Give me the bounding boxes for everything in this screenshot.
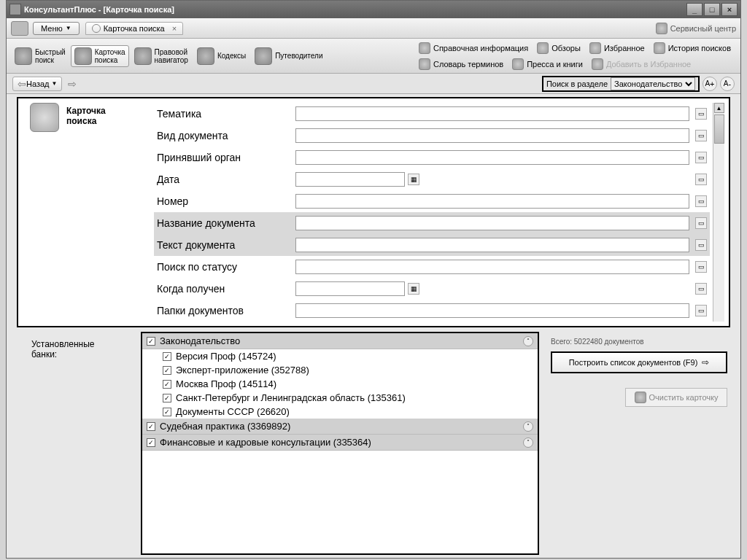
star-icon — [589, 42, 601, 54]
tab-search-card[interactable]: Карточка поиска × — [85, 22, 183, 35]
eraser-icon — [635, 392, 646, 403]
field-label: Название документа — [157, 217, 295, 229]
field-label: Дата — [157, 174, 295, 185]
topic-input[interactable] — [295, 106, 689, 121]
checkbox-icon[interactable]: ✓ — [147, 337, 155, 346]
arrow-right-icon: ⇨ — [702, 357, 709, 368]
collapse-down-icon[interactable]: ˅ — [523, 421, 533, 432]
bank-item[interactable]: ✓Санкт-Петербург и Ленинградская область… — [142, 391, 538, 405]
bank-item[interactable]: ✓Москва Проф (145114) — [142, 377, 538, 391]
menu-bar: Меню ▼ Карточка поиска × Сервисный центр — [7, 18, 740, 39]
quick-search-button[interactable]: Быстрыйпоиск — [11, 45, 69, 67]
bank-item[interactable]: ✓Версия Проф (145724) — [142, 349, 538, 363]
title-bar: КонсультантПлюс - [Карточка поиска] _ □ … — [7, 1, 740, 18]
checkbox-icon[interactable]: ✓ — [147, 422, 155, 431]
clock-icon — [654, 42, 665, 54]
back-button[interactable]: ⇦ Назад ▼ — [12, 77, 62, 91]
search-card-button[interactable]: Карточкапоиска — [71, 45, 129, 67]
received-input[interactable] — [295, 281, 405, 296]
doc-type-input[interactable] — [295, 128, 689, 143]
search-card-panel: Карточкапоиска Тематика▭Вид документа▭Пр… — [17, 97, 730, 327]
reference-info-button[interactable]: Справочная информация — [415, 40, 532, 56]
total-count: Всего: 5022480 документов — [551, 338, 727, 346]
section-dropdown[interactable]: Законодательство — [611, 77, 695, 90]
app-icon — [9, 4, 21, 15]
field-row-number: Номер▭ — [154, 190, 710, 212]
star-outline-icon — [592, 58, 603, 70]
calendar-icon[interactable]: ▦ — [408, 174, 419, 185]
field-label: Текст документа — [157, 239, 295, 251]
date-input[interactable] — [295, 172, 405, 187]
clear-field-icon[interactable]: ▭ — [695, 130, 707, 141]
maximize-button[interactable]: □ — [704, 3, 720, 16]
font-decrease-button[interactable]: A- — [720, 77, 735, 91]
navigator-icon — [134, 47, 152, 65]
tab-label: Карточка поиска — [104, 24, 165, 33]
field-label: Когда получен — [157, 283, 295, 295]
status-input[interactable] — [295, 260, 689, 274]
glossary-button[interactable]: Словарь терминов — [415, 56, 507, 72]
reviews-button[interactable]: Обзоры — [533, 40, 584, 56]
clear-card-button[interactable]: Очистить карточку — [625, 388, 727, 407]
history-button[interactable]: История поисков — [650, 40, 735, 56]
doc-title-input[interactable] — [295, 216, 689, 230]
service-icon — [656, 23, 667, 34]
field-row-topic: Тематика▭ — [154, 103, 710, 125]
clear-field-icon[interactable]: ▭ — [695, 195, 707, 207]
field-row-doc-type: Вид документа▭ — [154, 125, 710, 147]
dictionary-icon — [419, 58, 430, 70]
folders-input[interactable] — [295, 303, 689, 318]
number-input[interactable] — [295, 194, 689, 209]
legal-navigator-button[interactable]: Правовойнавигатор — [131, 45, 192, 67]
clear-field-icon[interactable]: ▭ — [695, 108, 707, 120]
collapse-down-icon[interactable]: ˅ — [523, 438, 533, 448]
checkbox-icon[interactable]: ✓ — [163, 408, 171, 416]
scrollbar[interactable]: ▲ — [713, 103, 724, 322]
collapse-up-icon[interactable]: ˄ — [523, 336, 533, 346]
clear-field-icon[interactable]: ▭ — [695, 217, 707, 229]
pen-icon — [537, 42, 549, 54]
add-favorite-button[interactable]: Добавить в Избранное — [588, 56, 694, 72]
checkbox-icon[interactable]: ✓ — [163, 366, 171, 375]
clear-field-icon[interactable]: ▭ — [695, 174, 707, 185]
clear-field-icon[interactable]: ▭ — [695, 261, 707, 273]
service-center-link[interactable]: Сервисный центр — [656, 23, 736, 34]
favorites-button[interactable]: Избранное — [586, 40, 649, 56]
clear-field-icon[interactable]: ▭ — [695, 283, 707, 295]
field-row-authority: Принявший орган▭ — [154, 147, 710, 168]
clear-field-icon[interactable]: ▭ — [695, 239, 707, 251]
font-increase-button[interactable]: A+ — [703, 77, 717, 91]
field-row-status: Поиск по статусу▭ — [154, 256, 710, 278]
field-label: Принявший орган — [157, 152, 295, 163]
bank-item[interactable]: ✓Эксперт-приложение (352788) — [142, 363, 538, 377]
tab-close-icon[interactable]: × — [172, 24, 177, 33]
checkbox-icon[interactable]: ✓ — [163, 380, 171, 389]
clear-field-icon[interactable]: ▭ — [695, 305, 707, 316]
menu-button[interactable]: Меню ▼ — [33, 22, 80, 35]
scroll-up-icon[interactable]: ▲ — [714, 103, 724, 113]
authority-input[interactable] — [295, 150, 689, 165]
checkbox-icon[interactable]: ✓ — [147, 438, 155, 447]
checkbox-icon[interactable]: ✓ — [163, 352, 171, 361]
arrow-left-icon: ⇦ — [18, 78, 26, 90]
minimize-button[interactable]: _ — [686, 3, 703, 16]
search-fields: Тематика▭Вид документа▭Принявший орган▭Д… — [154, 103, 710, 322]
bank-item[interactable]: ✓Документы СССР (26620) — [142, 405, 538, 419]
press-button[interactable]: Пресса и книги — [508, 56, 587, 72]
calendar-icon[interactable]: ▦ — [408, 283, 419, 295]
guides-button[interactable]: Путеводители — [251, 45, 322, 67]
bank-group-judicial[interactable]: ✓ Судебная практика (3369892) ˅ — [142, 419, 538, 435]
forward-button[interactable]: ⇨ — [68, 78, 77, 90]
build-list-button[interactable]: Построить список документов (F9) ⇨ — [551, 351, 727, 373]
clear-field-icon[interactable]: ▭ — [695, 152, 707, 163]
checkbox-icon[interactable]: ✓ — [163, 394, 171, 402]
field-label: Вид документа — [157, 130, 295, 141]
codexes-button[interactable]: Кодексы — [193, 45, 249, 67]
close-button[interactable]: × — [721, 3, 738, 16]
scroll-thumb[interactable] — [714, 114, 724, 144]
field-row-doc-title: Название документа▭ — [154, 212, 710, 234]
doc-text-input[interactable] — [295, 238, 689, 252]
bank-group-finance[interactable]: ✓ Финансовые и кадровые консультации (33… — [142, 435, 538, 451]
home-icon[interactable] — [11, 21, 28, 36]
bank-group-legislation[interactable]: ✓ Законодательство ˄ — [142, 333, 538, 349]
